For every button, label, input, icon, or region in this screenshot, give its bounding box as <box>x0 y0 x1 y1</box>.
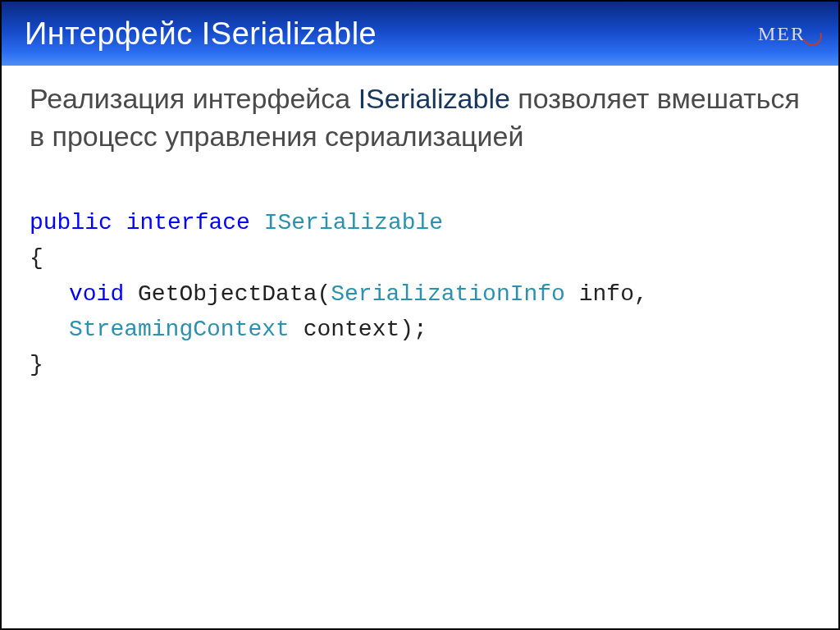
code-type-serinfo: SerializationInfo <box>331 281 565 307</box>
code-method-part3: context); <box>290 317 427 342</box>
intro-part1: Реализация интерфейса <box>30 83 358 114</box>
title-bar: Интерфейс ISerializable MER <box>2 2 838 66</box>
slide-title: Интерфейс ISerializable <box>25 16 377 52</box>
code-brace-open: { <box>30 245 43 271</box>
code-type-streamctx: StreamingContext <box>69 317 290 342</box>
code-method-part2: info, <box>565 281 648 307</box>
slide-content: Реализация интерфейса ISerializable позв… <box>2 66 838 628</box>
intro-text: Реализация интерфейса ISerializable позв… <box>30 80 810 156</box>
code-kw-interface: interface <box>126 210 250 235</box>
code-method-part1: GetObjectData( <box>124 281 331 307</box>
slide: Интерфейс ISerializable MER Реализация и… <box>0 0 840 630</box>
code-kw-public: public <box>30 210 112 235</box>
logo-swoosh-icon <box>802 25 820 43</box>
logo: MER <box>758 23 820 45</box>
code-brace-close: } <box>30 352 43 377</box>
code-type-iserializable: ISerializable <box>264 210 443 235</box>
code-block: public interface ISerializable { void Ge… <box>30 205 810 383</box>
code-kw-void: void <box>69 281 124 307</box>
logo-text: MER <box>758 23 806 45</box>
intro-interface-name: ISerializable <box>358 83 510 114</box>
